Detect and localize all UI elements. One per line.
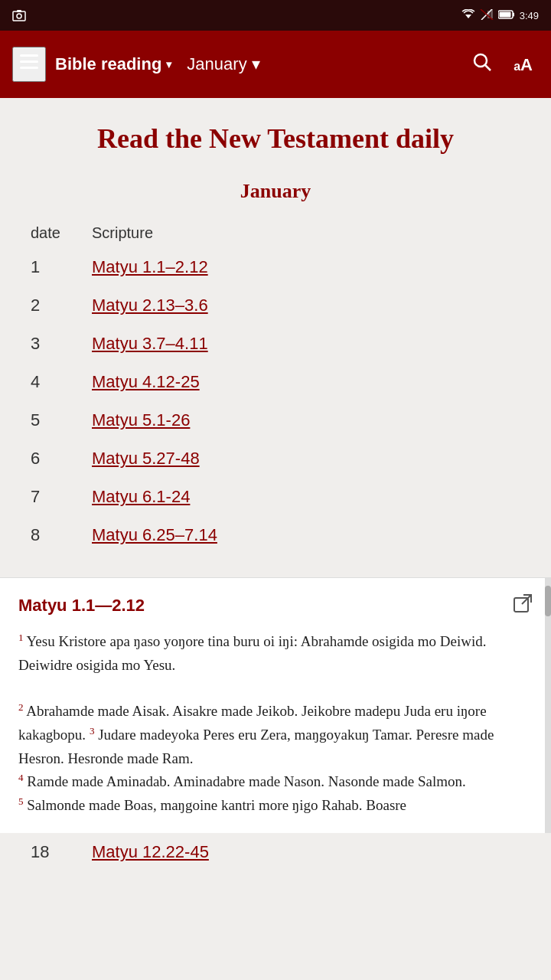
svg-rect-12 <box>20 54 38 57</box>
toolbar-month-label: January <box>187 54 246 74</box>
bottom-row-date: 18 <box>31 842 92 862</box>
month-dropdown-arrow: ▾ <box>252 54 260 74</box>
status-bar: 3:49 <box>0 0 551 31</box>
svg-rect-7 <box>491 9 493 18</box>
row-date-1: 1 <box>31 257 92 277</box>
menu-button[interactable] <box>12 47 46 82</box>
row-link-5[interactable]: Matyu 5.1-26 <box>92 410 520 430</box>
row-link-7[interactable]: Matyu 6.1-24 <box>92 487 520 507</box>
bottom-row-link[interactable]: Matyu 12.22-45 <box>92 842 520 862</box>
svg-rect-2 <box>17 10 21 12</box>
row-date-5: 5 <box>31 410 92 430</box>
panel-header: Matyu 1.1—2.12 <box>18 593 533 618</box>
table-header: date Scripture <box>31 218 520 248</box>
reading-row-6[interactable]: 6 Matyu 5.27-48 <box>31 439 520 478</box>
row-link-4[interactable]: Matyu 4.12-25 <box>92 372 520 392</box>
row-date-2: 2 <box>31 296 92 315</box>
row-date-7: 7 <box>31 487 92 507</box>
panel-body: 1 Yesu Kristore apa ŋaso yoŋore tina bur… <box>18 630 533 818</box>
col-date-header: date <box>31 224 92 242</box>
reading-row-8[interactable]: 8 Matyu 6.25–7.14 <box>31 516 520 554</box>
reading-row-1[interactable]: 1 Matyu 1.1–2.12 <box>31 248 520 286</box>
time-display: 3:49 <box>520 10 539 21</box>
row-link-6[interactable]: Matyu 5.27-48 <box>92 449 520 469</box>
status-bar-right: 3:49 <box>461 9 539 22</box>
toolbar: Bible reading ▾ January ▾ aA <box>0 31 551 98</box>
month-heading: January <box>31 180 520 203</box>
battery-icon <box>498 10 515 21</box>
month-dropdown[interactable]: January ▾ <box>187 54 259 74</box>
svg-point-15 <box>474 54 487 67</box>
row-date-6: 6 <box>31 449 92 469</box>
font-size-button[interactable]: aA <box>507 47 539 81</box>
photo-icon <box>12 8 26 22</box>
search-button[interactable] <box>466 46 498 83</box>
status-bar-left <box>12 8 26 22</box>
bottom-reading-area: 18 Matyu 12.22-45 <box>0 833 551 887</box>
bible-reading-dropdown[interactable]: Bible reading ▾ <box>55 54 171 74</box>
svg-rect-0 <box>13 11 25 21</box>
row-date-3: 3 <box>31 334 92 354</box>
reading-row-18[interactable]: 18 Matyu 12.22-45 <box>31 833 520 871</box>
signal-icon <box>480 9 494 22</box>
reading-row-2[interactable]: 2 Matyu 2.13–3.6 <box>31 286 520 325</box>
svg-rect-13 <box>20 60 38 63</box>
svg-line-16 <box>485 65 491 70</box>
reading-row-5[interactable]: 5 Matyu 5.1-26 <box>31 401 520 439</box>
row-date-4: 4 <box>31 372 92 392</box>
reading-row-4[interactable]: 4 Matyu 4.12-25 <box>31 363 520 401</box>
page-title: Read the New Testament daily <box>31 121 520 157</box>
svg-rect-11 <box>499 11 510 17</box>
panel-scrollbar[interactable] <box>545 578 551 833</box>
svg-point-1 <box>17 14 21 18</box>
bottom-panel: Matyu 1.1—2.12 1 Yesu Kristore apa ŋaso … <box>0 577 551 833</box>
reading-row-3[interactable]: 3 Matyu 3.7–4.11 <box>31 325 520 363</box>
toolbar-title-label: Bible reading <box>55 54 161 74</box>
reading-list: 1 Matyu 1.1–2.12 2 Matyu 2.13–3.6 3 Maty… <box>31 248 520 554</box>
col-scripture-header: Scripture <box>92 224 520 242</box>
main-content: Read the New Testament daily January dat… <box>0 98 551 570</box>
title-dropdown-arrow: ▾ <box>166 58 171 70</box>
panel-scrollbar-thumb <box>545 586 551 616</box>
external-link-button[interactable] <box>513 593 533 618</box>
svg-rect-10 <box>513 12 514 16</box>
reading-row-7[interactable]: 7 Matyu 6.1-24 <box>31 478 520 516</box>
row-date-8: 8 <box>31 525 92 545</box>
wifi-icon <box>461 9 475 22</box>
row-link-8[interactable]: Matyu 6.25–7.14 <box>92 525 520 545</box>
row-link-2[interactable]: Matyu 2.13–3.6 <box>92 296 520 315</box>
row-link-1[interactable]: Matyu 1.1–2.12 <box>92 257 520 277</box>
svg-rect-14 <box>20 67 38 69</box>
svg-line-18 <box>522 595 531 604</box>
row-link-3[interactable]: Matyu 3.7–4.11 <box>92 334 520 354</box>
panel-title: Matyu 1.1—2.12 <box>18 596 145 616</box>
svg-marker-3 <box>465 15 471 18</box>
